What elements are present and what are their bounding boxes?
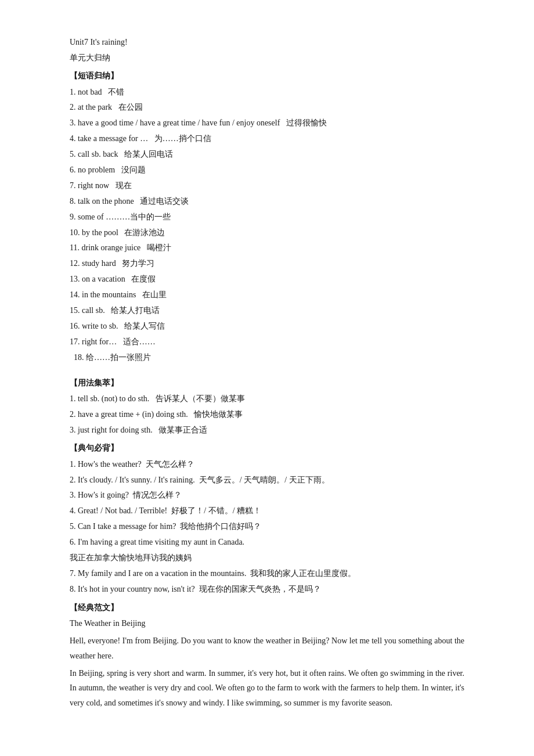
list-item: 6. I'm having a great time visiting my a… — [70, 535, 464, 550]
list-item: 18. 给……拍一张照片 — [70, 350, 464, 365]
list-item: 2. at the park 在公园 — [70, 100, 464, 115]
list-item: 5. Can I take a message for him? 我给他捎个口信… — [70, 519, 464, 534]
essay-paragraph-1: Hell, everyone! I'm from Beijing. Do you… — [70, 633, 464, 664]
list-item: 17. right for… 适合…… — [70, 334, 464, 350]
phrases-section: 【短语归纳】 1. not bad 不错 2. at the park 在公园 … — [70, 69, 464, 365]
list-item: 9. some of ………当中的一些 — [70, 210, 464, 225]
essay-section: 【经典范文】 The Weather in Beijing Hell, ever… — [70, 600, 464, 711]
list-item: 3. have a good time / have a great time … — [70, 116, 464, 131]
list-item: 2. It's cloudy. / It's sunny. / It's rai… — [70, 473, 464, 488]
list-item: 13. on a vacation 在度假 — [70, 272, 464, 287]
list-item: 我正在加拿大愉快地拜访我的姨妈 — [70, 550, 464, 566]
sentences-header: 【典句必背】 — [70, 441, 464, 455]
essay-title: The Weather in Beijing — [70, 616, 464, 631]
essay-paragraph-2: In Beijing, spring is very short and war… — [70, 666, 464, 711]
list-item: 1. not bad 不错 — [70, 85, 464, 100]
list-item: 15. call sb. 给某人打电话 — [70, 303, 464, 318]
list-item: 10. by the pool 在游泳池边 — [70, 225, 464, 240]
list-item: 11. drink orange juice 喝橙汁 — [70, 240, 464, 255]
list-item: 6. no problem 没问题 — [70, 163, 464, 178]
usage-header: 【用法集萃】 — [70, 376, 464, 390]
list-item: 2. have a great time + (in) doing sth. 愉… — [70, 407, 464, 422]
list-item: 4. take a message for … 为……捎个口信 — [70, 131, 464, 146]
unit-subtitle: 单元大归纳 — [70, 51, 464, 65]
essay-header: 【经典范文】 — [70, 600, 464, 615]
list-item: 12. study hard 努力学习 — [70, 256, 464, 271]
list-item: 5. call sb. back 给某人回电话 — [70, 147, 464, 162]
list-item: 1. How's the weather? 天气怎么样？ — [70, 457, 464, 472]
list-item: 8. It's hot in your country now, isn't i… — [70, 582, 464, 597]
list-item: 14. in the mountains 在山里 — [70, 287, 464, 303]
unit-title: Unit7 It's raining! — [70, 35, 464, 49]
list-item: 3. just right for doing sth. 做某事正合适 — [70, 423, 464, 438]
list-item: 7. My family and I are on a vacation in … — [70, 566, 464, 581]
list-item: 4. Great! / Not bad. / Terrible! 好极了！/ 不… — [70, 503, 464, 519]
document-container: Unit7 It's raining! 单元大归纳 【短语归纳】 1. not … — [70, 35, 464, 711]
list-item: 16. write to sb. 给某人写信 — [70, 319, 464, 334]
list-item: 8. talk on the phone 通过电话交谈 — [70, 194, 464, 209]
list-item: 3. How's it going? 情况怎么样？ — [70, 488, 464, 503]
usage-section: 【用法集萃】 1. tell sb. (not) to do sth. 告诉某人… — [70, 376, 464, 438]
list-item: 1. tell sb. (not) to do sth. 告诉某人（不要）做某事 — [70, 391, 464, 406]
phrases-header: 【短语归纳】 — [70, 69, 464, 83]
sentences-section: 【典句必背】 1. How's the weather? 天气怎么样？ 2. I… — [70, 441, 464, 596]
list-item: 7. right now 现在 — [70, 178, 464, 193]
